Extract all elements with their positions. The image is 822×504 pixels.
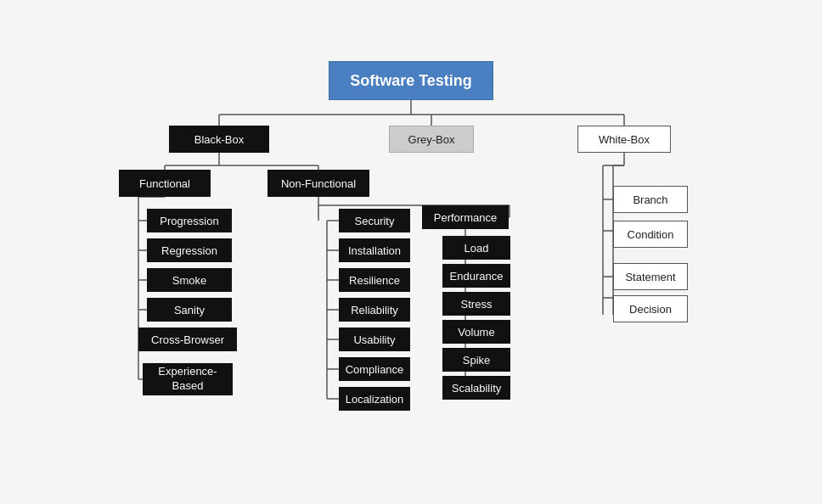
greybox-node: Grey-Box	[389, 126, 474, 153]
decision-node: Decision	[613, 295, 688, 322]
reliability-node: Reliability	[339, 298, 410, 322]
spike-node: Spike	[442, 348, 510, 372]
condition-node: Condition	[613, 221, 688, 248]
statement-node: Statement	[613, 263, 688, 290]
diagram: Software Testing Black-Box Grey-Box Whit…	[0, 0, 822, 504]
whitebox-node: White-Box	[577, 126, 671, 153]
functional-node: Functional	[119, 170, 211, 197]
nonfunctional-node: Non-Functional	[267, 170, 369, 197]
blackbox-node: Black-Box	[169, 126, 269, 153]
sanity-node: Sanity	[147, 298, 232, 322]
installation-node: Installation	[339, 238, 410, 262]
load-node: Load	[442, 236, 510, 260]
performance-node: Performance	[422, 205, 509, 229]
crossbrowser-node: Cross-Browser	[138, 328, 237, 351]
branch-node: Branch	[613, 186, 688, 213]
stress-node: Stress	[442, 292, 510, 316]
progression-node: Progression	[147, 209, 232, 232]
localization-node: Localization	[339, 387, 410, 411]
root-node: Software Testing	[329, 61, 493, 100]
volume-node: Volume	[442, 320, 510, 344]
security-node: Security	[339, 209, 410, 232]
endurance-node: Endurance	[442, 264, 510, 288]
compliance-node: Compliance	[339, 357, 410, 381]
scalability-node: Scalability	[442, 376, 510, 400]
smoke-node: Smoke	[147, 268, 232, 292]
resilience-node: Resilience	[339, 268, 410, 292]
usability-node: Usability	[339, 328, 410, 351]
regression-node: Regression	[147, 238, 232, 262]
experiencebased-node: Experience- Based	[143, 363, 233, 395]
